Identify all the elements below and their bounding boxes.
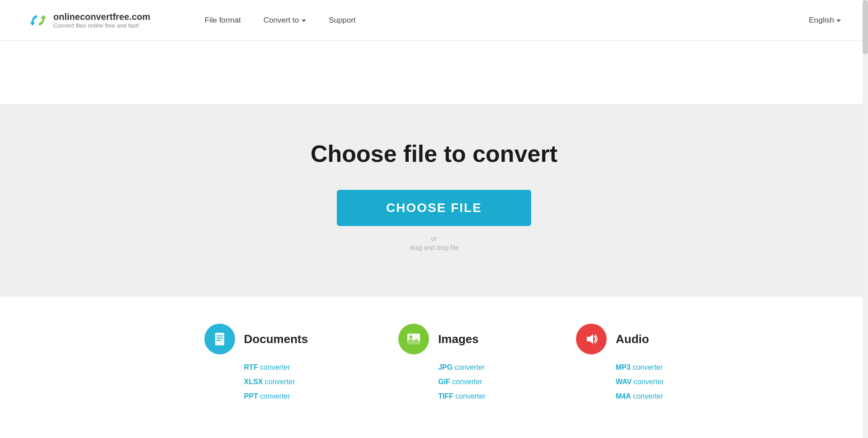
gif-converter-link[interactable]: GIF converter xyxy=(438,378,486,386)
images-links: JPG converter GIF converter TIFF convert… xyxy=(398,363,486,400)
logo-icon xyxy=(27,9,49,31)
header-right: English xyxy=(809,16,841,25)
scrollbar[interactable] xyxy=(863,0,868,438)
category-images: Images JPG converter GIF converter TIFF … xyxy=(398,324,486,400)
logo-tagline: Convert files online free and fast! xyxy=(53,22,151,29)
category-images-header: Images xyxy=(398,324,479,354)
images-svg-icon xyxy=(406,331,422,347)
tiff-converter-link[interactable]: TIFF converter xyxy=(438,392,486,400)
main-title: Choose file to convert xyxy=(311,140,557,167)
documents-icon xyxy=(204,324,235,354)
category-audio: Audio MP3 converter WAV converter M4A co… xyxy=(576,324,664,400)
convert-to-chevron-icon xyxy=(302,19,306,22)
svg-rect-0 xyxy=(27,9,49,31)
audio-svg-icon xyxy=(583,331,599,347)
language-chevron-icon xyxy=(836,19,841,22)
drag-drop-text: drag and drop file xyxy=(410,244,459,251)
nav-support[interactable]: Support xyxy=(329,16,356,25)
svg-rect-1 xyxy=(215,333,224,345)
xlsx-converter-link[interactable]: XLSX converter xyxy=(244,378,295,386)
logo-name: onlineconvertfree.com xyxy=(53,12,151,22)
docs-svg-icon xyxy=(212,331,228,347)
ppt-converter-link[interactable]: PPT converter xyxy=(244,392,295,400)
svg-marker-7 xyxy=(587,334,593,344)
images-icon xyxy=(398,324,429,354)
svg-point-6 xyxy=(410,335,412,338)
nav-file-format[interactable]: File format xyxy=(205,16,241,25)
category-documents: Documents RTF converter XLSX converter P… xyxy=(204,324,308,400)
wav-converter-link[interactable]: WAV converter xyxy=(616,378,664,386)
rtf-converter-link[interactable]: RTF converter xyxy=(244,363,295,372)
documents-links: RTF converter XLSX converter PPT convert… xyxy=(204,363,295,400)
jpg-converter-link[interactable]: JPG converter xyxy=(438,363,486,372)
logo-link[interactable]: onlineconvertfree.com Convert files onli… xyxy=(27,9,151,31)
scrollbar-thumb[interactable] xyxy=(863,0,868,54)
hero-white-area xyxy=(0,41,868,104)
nav-convert-to[interactable]: Convert to xyxy=(264,16,306,25)
documents-title: Documents xyxy=(244,332,308,346)
main-nav: File format Convert to Support xyxy=(205,16,356,25)
language-selector[interactable]: English xyxy=(809,16,841,25)
svg-rect-4 xyxy=(217,340,221,341)
m4a-converter-link[interactable]: M4A converter xyxy=(616,392,664,400)
audio-links: MP3 converter WAV converter M4A converte… xyxy=(576,363,664,400)
main-area: Choose file to convert CHOOSE FILE or dr… xyxy=(0,104,868,297)
svg-rect-3 xyxy=(217,338,223,339)
images-title: Images xyxy=(438,332,479,346)
header: onlineconvertfree.com Convert files onli… xyxy=(0,0,868,41)
category-audio-header: Audio xyxy=(576,324,649,354)
or-text: or xyxy=(431,235,437,242)
audio-icon xyxy=(576,324,607,354)
svg-rect-2 xyxy=(217,335,223,336)
choose-file-button[interactable]: CHOOSE FILE xyxy=(337,190,531,226)
category-documents-header: Documents xyxy=(204,324,308,354)
mp3-converter-link[interactable]: MP3 converter xyxy=(616,363,664,372)
audio-title: Audio xyxy=(616,332,649,346)
logo-text: onlineconvertfree.com Convert files onli… xyxy=(53,12,151,29)
bottom-section: Documents RTF converter XLSX converter P… xyxy=(0,297,868,419)
